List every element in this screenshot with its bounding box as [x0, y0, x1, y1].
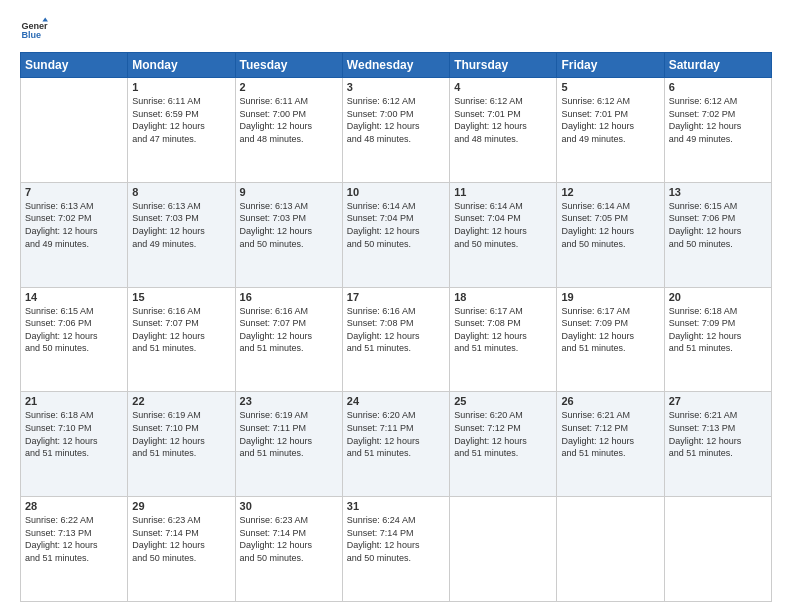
day-info: Sunrise: 6:21 AM Sunset: 7:13 PM Dayligh…: [669, 409, 767, 459]
svg-text:Blue: Blue: [21, 30, 41, 40]
day-number: 11: [454, 186, 552, 198]
calendar-cell: 10Sunrise: 6:14 AM Sunset: 7:04 PM Dayli…: [342, 182, 449, 287]
calendar-cell: 11Sunrise: 6:14 AM Sunset: 7:04 PM Dayli…: [450, 182, 557, 287]
page: General Blue SundayMondayTuesdayWednesda…: [0, 0, 792, 612]
day-number: 1: [132, 81, 230, 93]
day-number: 6: [669, 81, 767, 93]
calendar-cell: 17Sunrise: 6:16 AM Sunset: 7:08 PM Dayli…: [342, 287, 449, 392]
day-number: 30: [240, 500, 338, 512]
calendar-cell: 29Sunrise: 6:23 AM Sunset: 7:14 PM Dayli…: [128, 497, 235, 602]
svg-marker-2: [42, 17, 48, 21]
calendar-row: 7Sunrise: 6:13 AM Sunset: 7:02 PM Daylig…: [21, 182, 772, 287]
day-number: 14: [25, 291, 123, 303]
day-info: Sunrise: 6:14 AM Sunset: 7:05 PM Dayligh…: [561, 200, 659, 250]
day-number: 26: [561, 395, 659, 407]
day-number: 27: [669, 395, 767, 407]
calendar-cell: 23Sunrise: 6:19 AM Sunset: 7:11 PM Dayli…: [235, 392, 342, 497]
weekday-header: Friday: [557, 53, 664, 78]
day-info: Sunrise: 6:24 AM Sunset: 7:14 PM Dayligh…: [347, 514, 445, 564]
day-info: Sunrise: 6:12 AM Sunset: 7:01 PM Dayligh…: [454, 95, 552, 145]
day-info: Sunrise: 6:15 AM Sunset: 7:06 PM Dayligh…: [25, 305, 123, 355]
day-info: Sunrise: 6:12 AM Sunset: 7:01 PM Dayligh…: [561, 95, 659, 145]
day-info: Sunrise: 6:21 AM Sunset: 7:12 PM Dayligh…: [561, 409, 659, 459]
weekday-header: Thursday: [450, 53, 557, 78]
day-info: Sunrise: 6:17 AM Sunset: 7:09 PM Dayligh…: [561, 305, 659, 355]
day-number: 5: [561, 81, 659, 93]
calendar-row: 1Sunrise: 6:11 AM Sunset: 6:59 PM Daylig…: [21, 78, 772, 183]
calendar-cell: [664, 497, 771, 602]
day-info: Sunrise: 6:20 AM Sunset: 7:11 PM Dayligh…: [347, 409, 445, 459]
calendar-cell: 26Sunrise: 6:21 AM Sunset: 7:12 PM Dayli…: [557, 392, 664, 497]
calendar-cell: 22Sunrise: 6:19 AM Sunset: 7:10 PM Dayli…: [128, 392, 235, 497]
calendar-cell: 1Sunrise: 6:11 AM Sunset: 6:59 PM Daylig…: [128, 78, 235, 183]
day-info: Sunrise: 6:13 AM Sunset: 7:03 PM Dayligh…: [240, 200, 338, 250]
calendar-cell: 4Sunrise: 6:12 AM Sunset: 7:01 PM Daylig…: [450, 78, 557, 183]
day-number: 22: [132, 395, 230, 407]
calendar-cell: [450, 497, 557, 602]
calendar-cell: 9Sunrise: 6:13 AM Sunset: 7:03 PM Daylig…: [235, 182, 342, 287]
day-number: 10: [347, 186, 445, 198]
day-info: Sunrise: 6:18 AM Sunset: 7:09 PM Dayligh…: [669, 305, 767, 355]
day-info: Sunrise: 6:14 AM Sunset: 7:04 PM Dayligh…: [454, 200, 552, 250]
day-info: Sunrise: 6:23 AM Sunset: 7:14 PM Dayligh…: [240, 514, 338, 564]
header: General Blue: [20, 16, 772, 44]
day-number: 24: [347, 395, 445, 407]
calendar-cell: 15Sunrise: 6:16 AM Sunset: 7:07 PM Dayli…: [128, 287, 235, 392]
day-info: Sunrise: 6:12 AM Sunset: 7:02 PM Dayligh…: [669, 95, 767, 145]
weekday-header: Tuesday: [235, 53, 342, 78]
calendar-cell: 14Sunrise: 6:15 AM Sunset: 7:06 PM Dayli…: [21, 287, 128, 392]
day-number: 13: [669, 186, 767, 198]
weekday-header: Saturday: [664, 53, 771, 78]
day-number: 17: [347, 291, 445, 303]
logo: General Blue: [20, 16, 50, 44]
day-number: 7: [25, 186, 123, 198]
calendar-cell: 31Sunrise: 6:24 AM Sunset: 7:14 PM Dayli…: [342, 497, 449, 602]
calendar-cell: [21, 78, 128, 183]
day-number: 21: [25, 395, 123, 407]
calendar-header-row: SundayMondayTuesdayWednesdayThursdayFrid…: [21, 53, 772, 78]
day-info: Sunrise: 6:13 AM Sunset: 7:03 PM Dayligh…: [132, 200, 230, 250]
calendar-cell: 16Sunrise: 6:16 AM Sunset: 7:07 PM Dayli…: [235, 287, 342, 392]
day-info: Sunrise: 6:16 AM Sunset: 7:07 PM Dayligh…: [132, 305, 230, 355]
day-number: 29: [132, 500, 230, 512]
day-number: 28: [25, 500, 123, 512]
day-number: 25: [454, 395, 552, 407]
calendar-cell: 19Sunrise: 6:17 AM Sunset: 7:09 PM Dayli…: [557, 287, 664, 392]
calendar-cell: 6Sunrise: 6:12 AM Sunset: 7:02 PM Daylig…: [664, 78, 771, 183]
day-number: 20: [669, 291, 767, 303]
day-info: Sunrise: 6:20 AM Sunset: 7:12 PM Dayligh…: [454, 409, 552, 459]
calendar-row: 28Sunrise: 6:22 AM Sunset: 7:13 PM Dayli…: [21, 497, 772, 602]
logo-icon: General Blue: [20, 16, 48, 44]
calendar-cell: 27Sunrise: 6:21 AM Sunset: 7:13 PM Dayli…: [664, 392, 771, 497]
day-info: Sunrise: 6:16 AM Sunset: 7:08 PM Dayligh…: [347, 305, 445, 355]
calendar-cell: 5Sunrise: 6:12 AM Sunset: 7:01 PM Daylig…: [557, 78, 664, 183]
day-number: 16: [240, 291, 338, 303]
day-number: 31: [347, 500, 445, 512]
day-info: Sunrise: 6:15 AM Sunset: 7:06 PM Dayligh…: [669, 200, 767, 250]
day-info: Sunrise: 6:23 AM Sunset: 7:14 PM Dayligh…: [132, 514, 230, 564]
day-number: 23: [240, 395, 338, 407]
calendar-table: SundayMondayTuesdayWednesdayThursdayFrid…: [20, 52, 772, 602]
day-info: Sunrise: 6:16 AM Sunset: 7:07 PM Dayligh…: [240, 305, 338, 355]
day-info: Sunrise: 6:17 AM Sunset: 7:08 PM Dayligh…: [454, 305, 552, 355]
day-number: 12: [561, 186, 659, 198]
day-number: 3: [347, 81, 445, 93]
calendar-cell: 20Sunrise: 6:18 AM Sunset: 7:09 PM Dayli…: [664, 287, 771, 392]
calendar-cell: 3Sunrise: 6:12 AM Sunset: 7:00 PM Daylig…: [342, 78, 449, 183]
day-info: Sunrise: 6:19 AM Sunset: 7:10 PM Dayligh…: [132, 409, 230, 459]
calendar-cell: 25Sunrise: 6:20 AM Sunset: 7:12 PM Dayli…: [450, 392, 557, 497]
day-info: Sunrise: 6:13 AM Sunset: 7:02 PM Dayligh…: [25, 200, 123, 250]
weekday-header: Wednesday: [342, 53, 449, 78]
day-number: 4: [454, 81, 552, 93]
weekday-header: Sunday: [21, 53, 128, 78]
calendar-cell: 18Sunrise: 6:17 AM Sunset: 7:08 PM Dayli…: [450, 287, 557, 392]
calendar-cell: 24Sunrise: 6:20 AM Sunset: 7:11 PM Dayli…: [342, 392, 449, 497]
day-info: Sunrise: 6:11 AM Sunset: 7:00 PM Dayligh…: [240, 95, 338, 145]
day-number: 2: [240, 81, 338, 93]
calendar-cell: 8Sunrise: 6:13 AM Sunset: 7:03 PM Daylig…: [128, 182, 235, 287]
calendar-cell: 28Sunrise: 6:22 AM Sunset: 7:13 PM Dayli…: [21, 497, 128, 602]
day-number: 15: [132, 291, 230, 303]
day-info: Sunrise: 6:12 AM Sunset: 7:00 PM Dayligh…: [347, 95, 445, 145]
day-info: Sunrise: 6:14 AM Sunset: 7:04 PM Dayligh…: [347, 200, 445, 250]
calendar-cell: 7Sunrise: 6:13 AM Sunset: 7:02 PM Daylig…: [21, 182, 128, 287]
